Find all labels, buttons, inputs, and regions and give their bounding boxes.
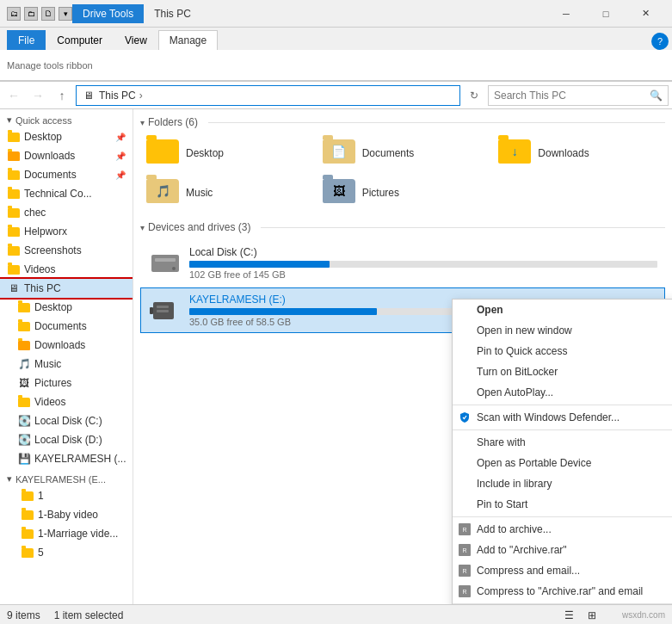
sidebar-label-local-d: Local Disk (D:) — [34, 434, 102, 446]
sidebar-item-screenshots[interactable]: Screenshots — [0, 241, 133, 260]
sidebar-item-thispc-music[interactable]: 🎵 Music — [0, 355, 133, 374]
drive-icon-c — [148, 250, 182, 277]
sidebar-item-technicalco[interactable]: Technical Co... — [0, 184, 133, 203]
sidebar-item-thispc-downloads[interactable]: Downloads — [0, 336, 133, 355]
drive-name-c: Local Disk (C:) — [189, 246, 657, 258]
drives-section-arrow: ▾ — [140, 223, 145, 232]
view-btn-details[interactable]: ☰ — [560, 608, 579, 623]
refresh-button[interactable]: ↻ — [464, 85, 484, 106]
quick-access-toolbar-dropdown[interactable]: ▾ — [59, 7, 72, 21]
ctx-item-pin-quick[interactable]: Pin to Quick access — [453, 341, 672, 361]
close-button[interactable]: ✕ — [626, 0, 665, 28]
sidebar-item-5[interactable]: 5 — [0, 543, 133, 562]
sidebar-item-chec[interactable]: chec — [0, 203, 133, 222]
main-area: ▾ Quick access Desktop 📌 Downloads 📌 Doc… — [0, 109, 672, 604]
minimize-button[interactable]: ─ — [546, 0, 586, 28]
sidebar-item-1-marriage[interactable]: 1-Marriage vide... — [0, 524, 133, 543]
sidebar-item-downloads[interactable]: Downloads 📌 — [0, 146, 133, 165]
sidebar-item-videos[interactable]: Videos — [0, 260, 133, 279]
folder-item-documents[interactable]: 📄 Documents — [317, 135, 490, 171]
ctx-item-bitlocker[interactable]: Turn on BitLocker — [453, 361, 672, 382]
usb-icon-e: 💾 — [17, 452, 31, 466]
drive-tools-tab[interactable]: Drive Tools — [72, 4, 144, 23]
folders-section-line — [208, 122, 665, 123]
sidebar-section-quickaccess[interactable]: ▾ Quick access — [0, 109, 133, 127]
sidebar-item-local-c[interactable]: 💽 Local Disk (C:) — [0, 411, 133, 430]
folder-icon-thispc-videos — [17, 395, 31, 409]
maximize-button[interactable]: □ — [586, 0, 626, 28]
ctx-item-autoplay[interactable]: Open AutoPlay... — [453, 382, 672, 403]
sidebar-item-1[interactable]: 1 — [0, 486, 133, 505]
ctx-item-portable[interactable]: Open as Portable Device — [453, 453, 672, 473]
address-path[interactable]: 🖥 This PC › — [76, 85, 460, 106]
tab-view[interactable]: View — [114, 30, 158, 50]
back-button[interactable]: ← — [3, 85, 24, 106]
folder-item-downloads[interactable]: ↓ Downloads — [492, 135, 665, 171]
folder-icon-1baby — [21, 508, 34, 522]
sidebar-item-1-baby[interactable]: 1-Baby video — [0, 505, 133, 524]
rar-icon-1: R — [458, 523, 472, 535]
folder-icon-downloads — [7, 149, 21, 163]
folder-icon-chec — [7, 206, 21, 219]
help-button[interactable]: ? — [651, 33, 669, 50]
quick-access-toolbar-btn2[interactable]: 🗋 — [41, 7, 55, 21]
folders-section-arrow: ▾ — [140, 118, 145, 127]
ctx-item-share[interactable]: Share with › — [453, 432, 672, 453]
ctx-item-compress-email[interactable]: R Compress and email... — [453, 560, 672, 581]
folder-icon-documents — [7, 168, 21, 182]
svg-rect-4 — [150, 307, 153, 314]
sidebar-label-thispc-videos: Videos — [34, 396, 65, 408]
sidebar-section-kayelramesh[interactable]: ▾ KAYELRAMESH (E... — [0, 468, 133, 486]
tab-manage[interactable]: Manage — [158, 30, 218, 50]
drive-bar-bg-c — [189, 261, 657, 268]
sidebar-item-thispc-pictures[interactable]: 🖼 Pictures — [0, 374, 133, 392]
ctx-item-defender[interactable]: Scan with Windows Defender... — [453, 407, 672, 428]
folder-item-pictures[interactable]: 🖼 Pictures — [317, 175, 490, 211]
ctx-item-open[interactable]: Open — [453, 300, 672, 320]
folder-icon-1marriage — [21, 527, 34, 541]
ctx-item-add-archive[interactable]: R Add to archive... — [453, 519, 672, 540]
ctx-separator-4 — [453, 603, 672, 604]
sidebar-item-desktop[interactable]: Desktop 📌 — [0, 127, 133, 146]
sidebar-item-kayelramesh-e[interactable]: 💾 KAYELRAMESH (... — [0, 449, 133, 468]
drive-icon-d: 💽 — [17, 433, 31, 447]
search-box[interactable]: 🔍 — [488, 85, 669, 106]
ctx-item-add-archive-rar[interactable]: R Add to "Archive.rar" — [453, 540, 672, 560]
view-btn-large-icons[interactable]: ⊞ — [583, 608, 601, 623]
ctx-item-library[interactable]: Include in library › — [453, 473, 672, 494]
folder-item-desktop[interactable]: Desktop — [140, 135, 313, 171]
sidebar-item-thispc-videos[interactable]: Videos — [0, 392, 133, 411]
search-input[interactable] — [494, 90, 650, 102]
drive-size-c: 102 GB free of 145 GB — [189, 269, 657, 280]
folder-icon-thispc-documents — [17, 319, 31, 333]
tab-computer[interactable]: Computer — [46, 30, 114, 50]
ctx-item-open-new[interactable]: Open in new window — [453, 320, 672, 341]
ctx-item-compress-rar-email[interactable]: R Compress to "Archive.rar" and email — [453, 581, 672, 602]
ctx-separator-2 — [453, 429, 672, 430]
folders-section-header: ▾ Folders (6) — [140, 116, 665, 128]
ribbon-content: Manage tools ribbon — [0, 50, 672, 81]
drive-icon-e — [148, 297, 182, 324]
ribbon-tabs: File Computer View Manage ? — [0, 28, 672, 50]
ctx-item-pin-start[interactable]: Pin to Start — [453, 494, 672, 515]
sidebar-section-arrow-kayelramesh: ▾ — [7, 473, 12, 485]
sidebar-item-thispc-documents[interactable]: Documents — [0, 317, 133, 336]
sidebar-item-thispc[interactable]: 🖥 This PC — [0, 279, 133, 298]
folders-section-label: Folders (6) — [148, 116, 198, 128]
tab-file[interactable]: File — [7, 30, 46, 50]
quick-access-toolbar-btn1[interactable]: 🗀 — [24, 7, 38, 21]
status-items-count: 9 items — [7, 609, 40, 621]
forward-button[interactable]: → — [28, 85, 48, 106]
sidebar-item-documents[interactable]: Documents 📌 — [0, 165, 133, 184]
sidebar-item-thispc-desktop[interactable]: Desktop — [0, 298, 133, 317]
folder-item-music[interactable]: 🎵 Music — [140, 175, 313, 211]
status-bar-view-controls: ☰ ⊞ — [560, 608, 601, 623]
sidebar-item-local-d[interactable]: 💽 Local Disk (D:) — [0, 430, 133, 449]
drive-item-c[interactable]: Local Disk (C:) 102 GB free of 145 GB — [140, 240, 665, 286]
up-button[interactable]: ↑ — [52, 85, 72, 106]
window-controls: ─ □ ✕ — [546, 0, 665, 28]
sidebar-label-1baby: 1-Baby video — [38, 509, 98, 521]
status-bar: 9 items 1 item selected ☰ ⊞ wsxdn.com — [0, 604, 672, 624]
sidebar-item-helpworx[interactable]: Helpworx — [0, 222, 133, 241]
sidebar-label-kayelramesh-e: KAYELRAMESH (... — [34, 453, 126, 465]
